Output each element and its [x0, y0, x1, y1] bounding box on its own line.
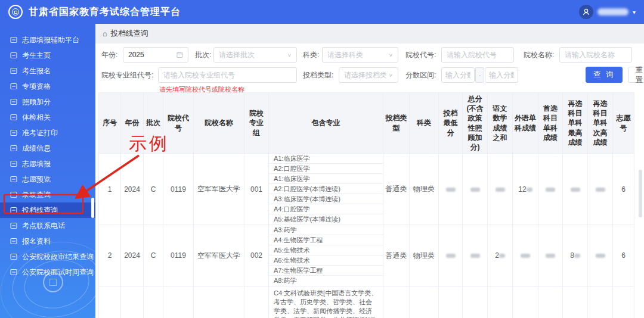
sidebar-item-1[interactable]: 志愿填报辅助平台 [0, 32, 95, 48]
batch-label: 批次: [195, 47, 211, 63]
major-item: A7:生物医学工程 [269, 266, 383, 276]
cell-score-redacted [588, 225, 613, 286]
year-input[interactable] [128, 51, 177, 59]
year-field[interactable] [123, 47, 188, 63]
sidebar-item-8[interactable]: 成绩信息 [0, 141, 95, 156]
sidebar-item-label: 公安院校面试时间查询 [22, 267, 94, 278]
group-code-field[interactable] [158, 67, 297, 83]
column-header: 总分(不含政策性照顾加分) [463, 93, 488, 154]
score-min-field[interactable] [441, 67, 475, 83]
sidebar-item-11[interactable]: 录取查询 [0, 187, 95, 202]
column-header: 首选科目单科成绩 [538, 93, 563, 154]
cell-score-redacted [488, 154, 513, 225]
cell-file-type: 普通类 [383, 225, 410, 286]
sidebar-item-6[interactable]: 体检相关 [0, 110, 95, 125]
file-type-select[interactable]: 请选择投档类型 ∨ [339, 67, 398, 83]
cell-score-redacted [538, 225, 563, 286]
user-caret-icon[interactable]: ▾ [633, 9, 636, 15]
group-code-input[interactable] [163, 71, 292, 79]
score-max-input[interactable] [489, 71, 514, 79]
chevron-down-icon: ∨ [389, 52, 393, 58]
group-code-label: 院校专业组代号: [101, 67, 153, 83]
menu-item-icon [10, 253, 17, 260]
college-code-input[interactable] [447, 51, 509, 59]
cell-college-name: 空军军医大学 [194, 154, 244, 225]
sidebar-item-7[interactable]: 准考证打印 [0, 125, 95, 141]
reset-button[interactable]: 重 置 [628, 67, 644, 83]
major-item: C4:文科试验班类[中国语言文学类、考古学、历史学类、哲学类、社会学类、法学、新… [269, 286, 383, 318]
redacted-value [546, 254, 555, 258]
cell-score-redacted [563, 154, 588, 225]
sidebar-item-label: 成绩信息 [22, 144, 51, 154]
cell-volunteer-no: 6 [613, 225, 634, 286]
sidebar-item-label: 志愿填报 [22, 159, 51, 169]
column-header: 投档类型 [383, 93, 410, 154]
redacted-value [527, 188, 532, 192]
sidebar-item-16[interactable]: 公安院校面试时间查询 [0, 264, 95, 280]
cell-majors: A3:药学A4:生物医学工程A5:生物技术A6:生物技术A7:生物医学工程A8:… [269, 225, 383, 286]
cell-major-group [244, 286, 269, 318]
batch-placeholder: 请选择批次 [219, 50, 285, 60]
score-max-field[interactable] [485, 67, 518, 83]
menu-item-icon [10, 191, 17, 198]
user-menu[interactable]: ▾ [579, 5, 636, 19]
column-header: 外语单科成绩 [513, 93, 538, 154]
college-name-field[interactable] [559, 47, 632, 63]
menu-item-icon [10, 114, 17, 121]
major-item: A1:临床医学 [269, 154, 383, 164]
sidebar-scrollbar[interactable] [91, 198, 94, 218]
sidebar-item-label: 录取查询 [22, 190, 51, 200]
year-label: 年份: [101, 47, 117, 63]
sidebar: 志愿填报辅助平台考生主页考生报名专项资格照顾加分体检相关准考证打印成绩信息志愿填… [0, 24, 95, 318]
menu-item-icon [10, 269, 17, 276]
sidebar-item-3[interactable]: 考生报名 [0, 63, 95, 79]
menu-item-icon [10, 129, 17, 136]
redacted-value [470, 188, 480, 192]
college-name-input[interactable] [565, 51, 627, 59]
subject-select[interactable]: 请选择科类 ∨ [322, 47, 398, 63]
menu-item-icon [10, 83, 17, 90]
sidebar-item-13[interactable]: 考点联系电话 [0, 218, 95, 233]
sidebar-item-15[interactable]: 公安院校政审结果查询 [0, 249, 95, 264]
sidebar-item-4[interactable]: 专项资格 [0, 79, 95, 94]
score-min-input[interactable] [445, 71, 470, 79]
major-item: A2:口腔医学(本博连读) [269, 184, 383, 194]
page: 甘肃省国家教育考试综合管理平台 ▾ 志愿填报辅助平台考生主页考生报名专项资格照顾… [0, 0, 644, 318]
major-item: A8:药学 [269, 276, 383, 286]
major-item: A5:基础医学(本博连读) [269, 214, 383, 225]
sidebar-item-label: 体检相关 [22, 113, 51, 123]
sidebar-item-label: 志愿填报辅助平台 [22, 35, 79, 45]
column-header: 院校名称 [194, 93, 244, 154]
cell-score-redacted [588, 154, 613, 225]
score-range-label: 分数区间: [405, 67, 436, 83]
subject-label: 科类: [303, 47, 319, 63]
content-scrollbar[interactable] [639, 170, 642, 217]
menu-item-icon [10, 222, 17, 229]
sidebar-item-5[interactable]: 照顾加分 [0, 94, 95, 110]
redacted-value [546, 188, 555, 192]
results-table-wrap: 序号年份批次院校代号院校名称院校专业组包含专业投档类型科类投档最低分总分(不含政… [98, 92, 637, 318]
cell-score-redacted: 8 [563, 225, 588, 286]
cell-score-redacted [439, 286, 463, 318]
sidebar-item-9[interactable]: 志愿填报 [0, 156, 95, 172]
cell-seq: 2 [99, 225, 121, 286]
score-range-separator: - [475, 67, 484, 83]
sidebar-item-14[interactable]: 报名资料 [0, 233, 95, 249]
column-header: 投档最低分 [439, 93, 463, 154]
batch-select[interactable]: 请选择批次 ∨ [213, 47, 297, 63]
sidebar-item-12[interactable]: 投档线查询 [0, 202, 95, 218]
menu-item-icon [10, 145, 17, 152]
main-content: ⌂ 投档线查询 年份: 批次: 请选择批次 ∨ 科类: 请选择科类 ∨ 院校代号… [95, 24, 644, 318]
user-avatar-icon[interactable] [579, 5, 593, 19]
sidebar-item-label: 准考证打印 [22, 128, 58, 138]
column-header: 语文数学成绩之和 [488, 93, 513, 154]
college-code-field[interactable] [441, 47, 514, 63]
cell-score-redacted [538, 286, 563, 318]
column-header: 再选科目单科次高成绩 [588, 93, 613, 154]
sidebar-item-2[interactable]: 考生主页 [0, 48, 95, 63]
calendar-icon [177, 51, 183, 58]
menu-item-icon [10, 98, 17, 105]
sidebar-item-10[interactable]: 志愿预览 [0, 172, 95, 187]
search-button[interactable]: 查 询 [586, 67, 623, 83]
cell-score-redacted [513, 286, 538, 318]
